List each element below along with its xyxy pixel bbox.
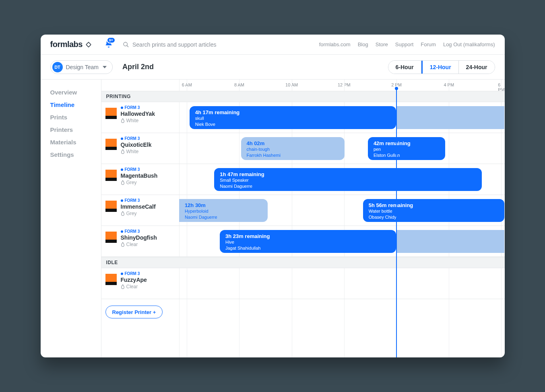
team-selector[interactable]: DT Design Team	[50, 60, 113, 74]
print-bar-file: pen	[374, 146, 440, 152]
print-bar[interactable]: 12h 30m Hyperboloid Naomi Daguerre	[179, 199, 268, 222]
printer-icon	[105, 108, 117, 119]
print-bar[interactable]: 1h 47m remaining Small Speaker Naomi Dag…	[214, 168, 482, 191]
drop-icon	[121, 180, 125, 185]
print-bar[interactable]: 4h 02m chain-tough Farrokh Hashemi	[241, 137, 345, 160]
range-12h[interactable]: 12-Hour	[421, 61, 459, 74]
printer-row: FORM 3 FuzzyApe Clear	[101, 268, 505, 299]
sidebar-item-printers[interactable]: Printers	[50, 123, 101, 136]
search-icon	[123, 41, 129, 48]
print-bar-user: Farrokh Hashemi	[247, 152, 339, 158]
nav-forum[interactable]: Forum	[421, 41, 436, 47]
register-printer-button[interactable]: Register Printer +	[105, 306, 163, 318]
timeline-panel: 6 AM8 AM10 AM12 PM2 PM4 PM6 PMPRINTINGID…	[101, 80, 505, 357]
nav-blog[interactable]: Blog	[358, 41, 368, 47]
printer-name: MagentaBush	[121, 172, 158, 179]
printer-name: ImmenseCalf	[121, 203, 156, 210]
print-bar-title: 1h 47m remaining	[220, 171, 476, 177]
print-bar-file: chain-tough	[247, 146, 339, 152]
notifications-badge: 9+	[107, 37, 116, 43]
print-bar[interactable]: 3h 23m remaining Hive Jagat Shahidullah	[220, 230, 396, 253]
section-header: IDLE	[101, 257, 505, 268]
date-label: April 2nd	[122, 63, 388, 71]
printer-name: QuixoticElk	[121, 142, 152, 148]
svg-point-0	[124, 42, 127, 46]
printer-name: ShinyDogfish	[121, 234, 157, 241]
printer-material: Clear	[121, 284, 147, 289]
printer-name: FuzzyApe	[121, 277, 147, 283]
drop-icon	[121, 242, 125, 247]
team-name: Design Team	[66, 64, 99, 70]
sidebar-item-settings[interactable]: Settings	[50, 148, 101, 161]
printer-icon	[105, 232, 117, 243]
range-24h[interactable]: 24-Hour	[459, 61, 495, 74]
print-bar[interactable]: 42m remaining pen Elston Gullan	[368, 137, 445, 160]
svg-line-1	[127, 45, 128, 47]
range-6h[interactable]: 6-Hour	[388, 61, 421, 74]
search	[123, 41, 319, 48]
sidebar: Overview Timeline Prints Printers Materi…	[41, 80, 101, 357]
app-window: formlabs 9+ formlabs.com Blog Store Supp…	[41, 35, 505, 357]
sidebar-item-materials[interactable]: Materials	[50, 136, 101, 148]
sidebar-item-timeline[interactable]: Timeline	[50, 99, 101, 111]
drop-icon	[121, 149, 125, 154]
section-header: PRINTING	[101, 91, 505, 102]
printer-icon	[105, 139, 117, 150]
print-bar-file: Hive	[225, 239, 390, 245]
print-bar-file: skull	[195, 115, 390, 121]
logo-mark-icon	[85, 41, 92, 48]
printer-info[interactable]: FORM 3 ShinyDogfish Clear	[101, 226, 166, 257]
now-indicator	[396, 88, 397, 357]
printer-model: FORM 3	[121, 167, 158, 172]
print-bar-continuation	[396, 106, 504, 129]
time-range-toggle: 6-Hour 12-Hour 24-Hour	[388, 60, 495, 74]
print-bar-title: 3h 23m remaining	[225, 233, 390, 239]
print-bar-user: Obasey Chidy	[369, 214, 499, 220]
printer-info[interactable]: FORM 3 QuixoticElk White	[101, 133, 166, 164]
top-nav: formlabs.com Blog Store Support Forum Lo…	[319, 41, 495, 47]
printer-material: Grey	[121, 211, 156, 216]
team-avatar: DT	[52, 62, 63, 72]
print-bar-title: 42m remaining	[374, 140, 440, 146]
printer-material: Grey	[121, 180, 158, 185]
printer-info[interactable]: FORM 3 MagentaBush Grey	[101, 164, 166, 195]
printer-model: FORM 3	[121, 271, 147, 276]
print-bar-continuation	[396, 230, 504, 253]
printer-info[interactable]: FORM 3 FuzzyApe Clear	[101, 268, 166, 299]
printer-material: Clear	[121, 242, 157, 247]
print-bar-title: 4h 02m	[247, 140, 339, 146]
nav-logout[interactable]: Log Out (malikaforms)	[443, 41, 495, 47]
search-input[interactable]	[132, 41, 237, 48]
printer-name: HallowedYak	[121, 111, 155, 117]
printer-info[interactable]: FORM 3 HallowedYak White	[101, 102, 166, 133]
nav-formlabs[interactable]: formlabs.com	[319, 41, 351, 47]
print-bar-title: 5h 56m remaining	[369, 202, 499, 208]
sidebar-item-overview[interactable]: Overview	[50, 86, 101, 99]
sidebar-item-prints[interactable]: Prints	[50, 111, 101, 123]
print-bar-user: Niek Bove	[195, 121, 390, 127]
printer-model: FORM 3	[121, 198, 156, 203]
nav-support[interactable]: Support	[395, 41, 414, 47]
logo-text: formlabs	[50, 40, 83, 49]
notifications-button[interactable]: 9+	[104, 39, 113, 50]
drop-icon	[121, 284, 125, 289]
print-bar-title: 12h 30m	[185, 202, 262, 208]
printer-icon	[105, 274, 117, 285]
printer-material: White	[121, 118, 155, 123]
time-axis: 6 AM8 AM10 AM12 PM2 PM4 PM6 PM	[101, 80, 505, 91]
drop-icon	[121, 211, 125, 216]
printer-model: FORM 3	[121, 105, 155, 110]
print-bar-title: 4h 17m remaining	[195, 109, 390, 115]
printer-icon	[105, 170, 117, 181]
drop-icon	[121, 118, 125, 123]
timeline-canvas: 6 AM8 AM10 AM12 PM2 PM4 PM6 PMPRINTINGID…	[101, 80, 505, 357]
printer-info[interactable]: FORM 3 ImmenseCalf Grey	[101, 195, 166, 226]
topbar: formlabs 9+ formlabs.com Blog Store Supp…	[41, 35, 505, 55]
print-bar-file: Water bottle	[369, 208, 499, 214]
nav-store[interactable]: Store	[376, 41, 388, 47]
logo[interactable]: formlabs	[50, 40, 92, 49]
printer-model: FORM 3	[121, 136, 152, 141]
print-bar[interactable]: 4h 17m remaining skull Niek Bove	[190, 106, 396, 129]
print-bar-file: Small Speaker	[220, 177, 476, 183]
print-bar[interactable]: 5h 56m remaining Water bottle Obasey Chi…	[363, 199, 505, 222]
